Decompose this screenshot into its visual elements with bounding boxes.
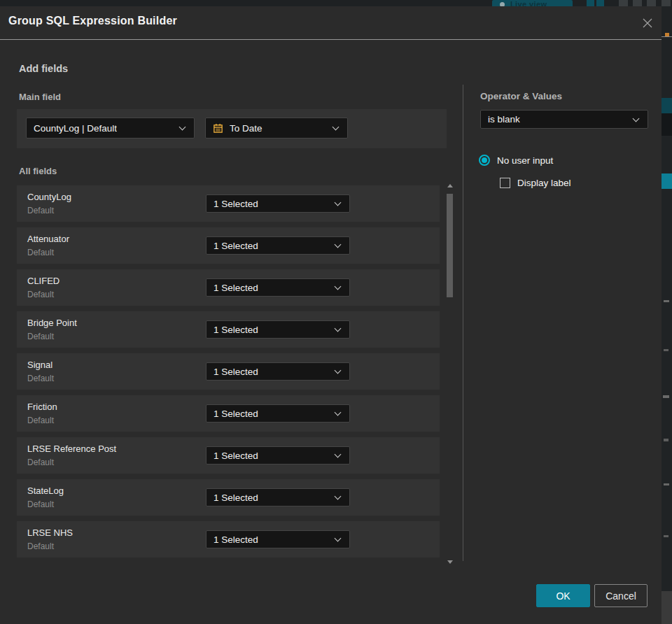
- no-user-input-label: No user input: [497, 155, 553, 166]
- chevron-down-icon: [179, 124, 186, 131]
- field-name: LRSE NHS: [27, 527, 73, 538]
- dialog-title: Group SQL Expression Builder: [8, 15, 177, 27]
- main-field-value-dropdown-value: To Date: [230, 123, 262, 134]
- dialog-header: Group SQL Expression Builder: [0, 6, 662, 40]
- field-name: Friction: [27, 402, 57, 412]
- chevron-down-icon: [335, 409, 342, 416]
- field-selection-value: 1 Selected: [214, 283, 258, 293]
- background-fragment: [665, 33, 669, 36]
- field-layer: Default: [27, 248, 54, 257]
- chevron-down-icon: [335, 199, 342, 206]
- field-selection-dropdown[interactable]: 1 Selected: [206, 488, 350, 506]
- chevron-down-icon: [332, 124, 340, 131]
- field-selection-value: 1 Selected: [214, 241, 258, 251]
- field-layer: Default: [27, 416, 54, 425]
- live-view-label: Live view: [510, 0, 547, 6]
- operator-values-heading: Operator & Values: [480, 91, 562, 101]
- field-layer: Default: [27, 541, 54, 551]
- field-selection-value: 1 Selected: [214, 451, 258, 461]
- field-row: Bridge Point Default 1 Selected: [17, 311, 440, 348]
- background-toolbar-icon: [662, 0, 671, 6]
- field-layer: Default: [27, 374, 54, 383]
- calendar-icon: [213, 123, 223, 134]
- main-field-dropdown-value: CountyLog | Default: [34, 123, 117, 134]
- main-field-dropdown[interactable]: CountyLog | Default: [26, 118, 195, 139]
- scroll-down-icon[interactable]: [447, 560, 453, 564]
- field-row: LRSE Reference Post Default 1 Selected: [17, 437, 440, 474]
- operator-dropdown[interactable]: is blank: [480, 110, 648, 129]
- field-row: CountyLog Default 1 Selected: [17, 185, 440, 222]
- field-selection-dropdown[interactable]: 1 Selected: [206, 446, 350, 465]
- background-fragment: [664, 349, 668, 351]
- background-fragment: [662, 591, 672, 624]
- background-fragment: [662, 36, 672, 37]
- all-fields-label: All fields: [19, 166, 57, 176]
- field-selection-value: 1 Selected: [214, 409, 258, 419]
- field-layer: Default: [27, 206, 54, 215]
- field-selection-dropdown[interactable]: 1 Selected: [206, 404, 350, 423]
- field-layer: Default: [27, 332, 54, 341]
- display-label-label: Display label: [517, 178, 571, 188]
- field-layer: Default: [27, 290, 54, 299]
- background-fragment: [662, 173, 672, 189]
- field-selection-dropdown[interactable]: 1 Selected: [206, 362, 350, 381]
- background-app-toolbar: Live view: [0, 0, 672, 6]
- field-selection-value: 1 Selected: [214, 367, 258, 377]
- field-selection-value: 1 Selected: [214, 534, 258, 545]
- field-selection-dropdown[interactable]: 1 Selected: [206, 530, 350, 548]
- all-fields-list: CountyLog Default 1 Selected Attenuator …: [17, 185, 440, 563]
- ok-button[interactable]: OK: [536, 584, 590, 607]
- field-name: LRSE Reference Post: [27, 444, 116, 454]
- background-fragment: [664, 300, 669, 302]
- main-field-label: Main field: [19, 92, 61, 102]
- scroll-up-icon[interactable]: [447, 184, 453, 187]
- display-label-checkbox[interactable]: Display label: [500, 178, 571, 188]
- cancel-button[interactable]: Cancel: [594, 584, 648, 607]
- field-selection-dropdown[interactable]: 1 Selected: [206, 194, 350, 213]
- field-name: StateLog: [27, 485, 64, 496]
- main-field-value-dropdown[interactable]: To Date: [205, 118, 348, 139]
- field-name: Signal: [27, 360, 52, 370]
- group-sql-expression-builder-dialog: Group SQL Expression Builder Add fields …: [0, 6, 662, 624]
- field-name: Attenuator: [27, 234, 69, 244]
- add-fields-heading: Add fields: [19, 63, 68, 74]
- field-row: StateLog Default 1 Selected: [17, 479, 440, 516]
- field-selection-value: 1 Selected: [214, 199, 258, 209]
- background-fragment: [662, 113, 672, 136]
- chevron-down-icon: [335, 535, 342, 542]
- fields-scrollbar[interactable]: [446, 183, 454, 565]
- chevron-down-icon: [335, 325, 342, 332]
- background-fragment: [664, 439, 668, 441]
- field-name: CLIFED: [27, 276, 59, 286]
- background-toolbar-icon: [596, 0, 604, 6]
- background-fragment: [664, 535, 668, 537]
- scrollbar-thumb[interactable]: [447, 194, 453, 297]
- field-row: LRSE NHS Default 1 Selected: [17, 521, 440, 558]
- background-fragment: [663, 395, 669, 398]
- chevron-down-icon: [335, 241, 342, 248]
- background-toolbar-icon: [587, 0, 594, 6]
- field-selection-value: 1 Selected: [214, 325, 258, 335]
- chevron-down-icon: [335, 283, 342, 290]
- operator-dropdown-value: is blank: [488, 114, 520, 125]
- field-name: CountyLog: [27, 192, 71, 202]
- field-row: Attenuator Default 1 Selected: [17, 227, 440, 264]
- field-selection-dropdown[interactable]: 1 Selected: [206, 236, 350, 255]
- background-fragment: [662, 98, 672, 113]
- background-app-edge: [662, 6, 672, 624]
- chevron-down-icon: [335, 493, 342, 500]
- live-view-button[interactable]: Live view: [492, 0, 573, 6]
- no-user-input-radio[interactable]: No user input: [479, 155, 553, 166]
- close-icon[interactable]: [638, 13, 657, 33]
- field-selection-dropdown[interactable]: 1 Selected: [206, 278, 350, 297]
- background-toolbar-icon: [619, 0, 628, 6]
- chevron-down-icon: [335, 367, 342, 374]
- chevron-down-icon: [633, 115, 640, 122]
- checkbox-unchecked-icon: [500, 178, 510, 188]
- field-row: CLIFED Default 1 Selected: [17, 269, 440, 306]
- background-toolbar-icon: [647, 0, 656, 6]
- field-row: Signal Default 1 Selected: [17, 353, 440, 390]
- main-field-container: CountyLog | Default To Date: [17, 109, 447, 148]
- field-selection-dropdown[interactable]: 1 Selected: [206, 320, 350, 339]
- field-layer: Default: [27, 499, 54, 509]
